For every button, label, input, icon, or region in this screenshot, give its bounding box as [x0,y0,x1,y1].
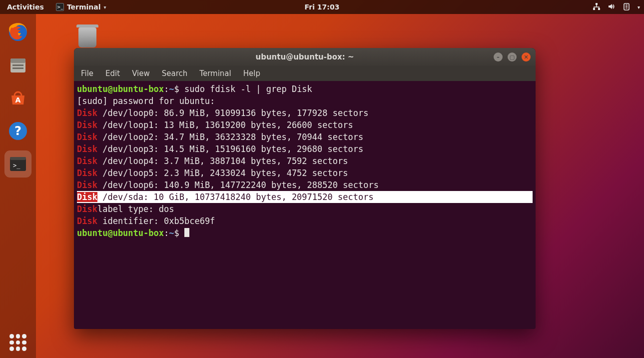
svg-rect-7 [12,64,23,66]
svg-rect-6 [10,58,25,63]
help-launcher[interactable]: ? [5,118,31,144]
menu-view[interactable]: View [132,69,150,78]
menu-bar: File Edit View Search Terminal Help [74,66,536,81]
activities-button[interactable]: Activities [0,3,51,11]
show-applications-button[interactable] [9,334,26,351]
svg-text:A: A [15,96,21,104]
svg-rect-0 [596,3,598,5]
svg-text:?: ? [14,124,21,138]
menu-file[interactable]: File [81,69,93,78]
app-menu-label: Terminal [67,3,101,11]
svg-text:>_: >_ [13,162,20,169]
clock[interactable]: Fri 17:03 [305,3,340,11]
minimize-button[interactable]: – [494,52,503,62]
close-button[interactable]: ✕ [522,52,531,62]
files-launcher[interactable] [5,52,31,78]
terminal-app-icon: >_ [56,3,64,11]
menu-help[interactable]: Help [243,69,260,78]
menu-terminal[interactable]: Terminal [199,69,231,78]
firefox-launcher[interactable] [5,19,31,45]
svg-rect-13 [10,157,26,160]
terminal-body[interactable]: ubuntu@ubuntu-box:~$ sudo fdisk -l | gre… [74,81,536,241]
network-icon[interactable] [593,2,601,12]
menu-edit[interactable]: Edit [105,69,120,78]
power-icon[interactable] [623,2,631,12]
svg-rect-8 [12,68,23,69]
system-chevron-icon[interactable]: ▾ [638,4,640,10]
chevron-down-icon: ▾ [104,4,106,10]
svg-rect-1 [593,8,595,10]
system-tray: ▾ [593,2,640,12]
terminal-launcher[interactable]: >_ [5,151,31,177]
title-bar[interactable]: ubuntu@ubuntu-box: ~ – ▢ ✕ [74,48,536,66]
window-controls: – ▢ ✕ [494,52,531,62]
svg-rect-2 [598,8,600,10]
app-menu[interactable]: >_ Terminal ▾ [51,3,111,11]
top-bar: Activities >_ Terminal ▾ Fri 17:03 ▾ [0,0,644,14]
maximize-button[interactable]: ▢ [508,52,517,62]
software-launcher[interactable]: A [5,85,31,111]
menu-search[interactable]: Search [162,69,188,78]
dock: A ? >_ [0,14,36,358]
terminal-window: ubuntu@ubuntu-box: ~ – ▢ ✕ File Edit Vie… [74,48,536,329]
volume-icon[interactable] [608,2,616,12]
window-title: ubuntu@ubuntu-box: ~ [256,52,354,62]
